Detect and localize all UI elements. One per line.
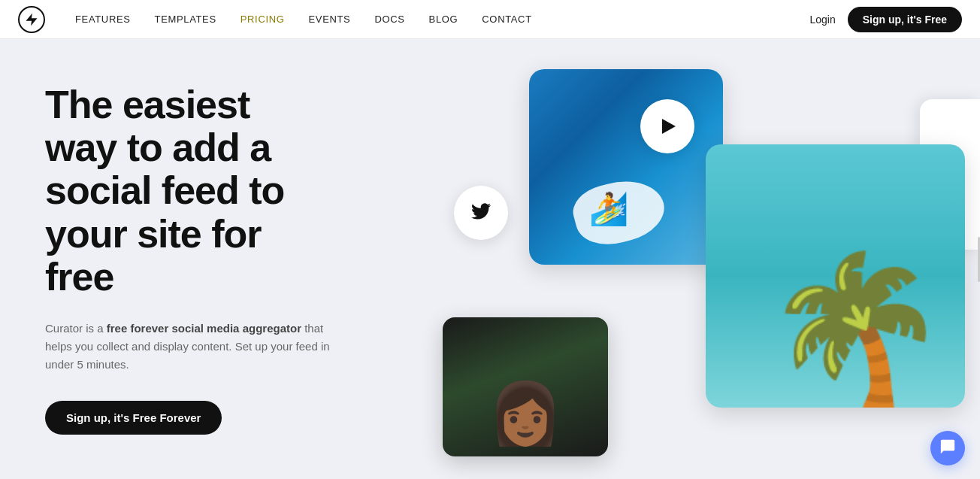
nav-link-templates[interactable]: TEMPLATES — [155, 14, 216, 25]
chat-button[interactable] — [930, 431, 965, 465]
nav-link-blog[interactable]: BLOG — [429, 14, 458, 25]
nav-right: Login Sign up, it's Free — [809, 7, 962, 32]
navigation: FEATURES TEMPLATES PRICING EVENTS DOCS B… — [0, 0, 980, 39]
chat-icon — [939, 438, 956, 459]
hero-visuals — [439, 39, 980, 479]
nav-link-features[interactable]: FEATURES — [75, 14, 131, 25]
play-button-circle[interactable] — [640, 99, 694, 153]
nav-link-events[interactable]: EVENTS — [309, 14, 351, 25]
play-icon — [662, 119, 676, 134]
twitter-icon — [471, 202, 491, 225]
twitter-circle[interactable] — [454, 186, 508, 240]
logo[interactable] — [18, 6, 45, 33]
nav-link-pricing[interactable]: PRICING — [240, 14, 285, 25]
nav-signup-button[interactable]: Sign up, it's Free — [848, 7, 962, 32]
hero-content: The easiest way to add a social feed to … — [0, 39, 376, 479]
logo-icon — [18, 6, 45, 33]
hero-description: Curator is a free forever social media a… — [45, 320, 331, 374]
login-button[interactable]: Login — [809, 14, 835, 26]
svg-marker-0 — [26, 13, 38, 26]
nav-link-contact[interactable]: CONTACT — [482, 14, 531, 25]
surfer-image — [529, 69, 723, 265]
hero-section: The easiest way to add a social feed to … — [0, 39, 980, 479]
hero-cta-button[interactable]: Sign up, it's Free Forever — [45, 401, 222, 435]
woman-image — [443, 317, 608, 456]
nav-link-docs[interactable]: DOCS — [374, 14, 404, 25]
hero-title: The easiest way to add a social feed to … — [45, 83, 331, 299]
nav-links: FEATURES TEMPLATES PRICING EVENTS DOCS B… — [75, 14, 809, 25]
palm-image — [706, 144, 965, 408]
